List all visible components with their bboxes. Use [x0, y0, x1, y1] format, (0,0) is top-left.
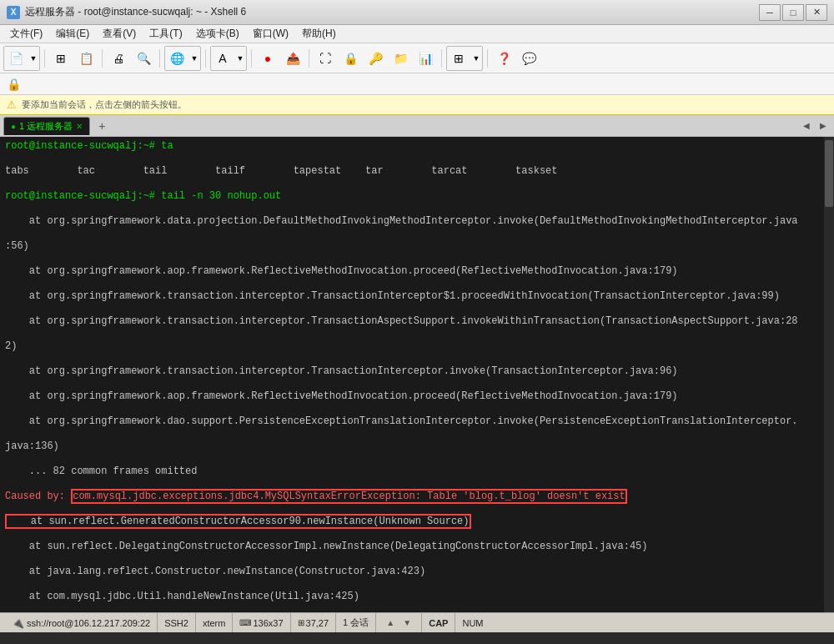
menu-item-t[interactable]: 工具(T) [143, 25, 188, 43]
connect-group: 🌐 ▼ [164, 46, 201, 71]
protocol-status: SSH2 [158, 613, 196, 632]
menubar: 文件(F)编辑(E)查看(V)工具(T)选项卡(B)窗口(W)帮助(H) [0, 25, 834, 43]
menu-item-h[interactable]: 帮助(H) [295, 25, 343, 43]
connect-button[interactable]: 🌐 [165, 47, 188, 70]
tabsbar: ● 1 远程服务器 ✕ + ◀ ▶ [0, 115, 834, 137]
fullscreen-button[interactable]: ⛶ [314, 47, 337, 70]
statusbar: 🔌 ssh://root@106.12.217.209:22 SSH2 xter… [0, 612, 834, 632]
connect-dropdown-button[interactable]: ▼ [188, 47, 200, 70]
notification-text: 要添加当前会话，点击左侧的箭头按钮。 [22, 98, 187, 111]
help-button[interactable]: ❓ [492, 47, 515, 70]
addressbar: 🔒 [0, 73, 834, 95]
num-status: NUM [455, 613, 490, 632]
new-dropdown-button[interactable]: ▼ [28, 47, 39, 70]
scrollbar[interactable] [824, 137, 834, 612]
new-session-group: 📄 ▼ [3, 46, 40, 71]
lock-button[interactable]: 🔒 [339, 47, 362, 70]
protocol-label: SSH2 [164, 618, 188, 628]
tab-remote-server[interactable]: ● 1 远程服务器 ✕ [3, 117, 90, 135]
dimensions-status: ⌨ 136x37 [233, 613, 290, 632]
nav-down-button[interactable]: ▼ [399, 616, 414, 631]
record-button[interactable]: ● [256, 47, 279, 70]
num-label: NUM [462, 618, 483, 628]
tab-prev-button[interactable]: ◀ [799, 118, 814, 133]
encoding-status: xterm [196, 613, 234, 632]
warning-icon: ⚠ [7, 98, 17, 111]
separator-4 [205, 49, 206, 68]
print-button[interactable]: 🖨 [107, 47, 130, 70]
separator-3 [159, 49, 160, 68]
terminal-content: root@instance-sucwqalj:~# ta tabs tac ta… [5, 140, 829, 612]
key-button[interactable]: 🔑 [364, 47, 387, 70]
font-group: A ▼ [210, 46, 247, 71]
add-tab-button[interactable]: + [93, 118, 110, 134]
sessions-label: 1 会话 [343, 616, 369, 629]
separator-5 [251, 49, 252, 68]
scrollbar-thumb[interactable] [825, 140, 833, 207]
menu-item-f[interactable]: 文件(F) [3, 25, 49, 43]
menu-item-e[interactable]: 编辑(E) [49, 25, 96, 43]
maximize-button[interactable]: □ [782, 4, 804, 21]
menu-item-v[interactable]: 查看(V) [96, 25, 143, 43]
cap-status: CAP [422, 613, 455, 632]
size-group: ⊞ ▼ [446, 46, 483, 71]
font-button[interactable]: A [211, 47, 234, 70]
titlebar: X 远程服务器 - root@instance-sucwqalj: ~ - Xs… [0, 0, 834, 25]
separator-1 [44, 49, 45, 68]
window-controls: ─ □ ✕ [759, 4, 827, 21]
window-title: 远程服务器 - root@instance-sucwqalj: ~ - Xshe… [25, 5, 759, 19]
monitor-button[interactable]: 📊 [414, 47, 437, 70]
separator-7 [441, 49, 442, 68]
app-icon: X [7, 6, 20, 19]
nav-up-button[interactable]: ▲ [383, 616, 398, 631]
new-session-button[interactable]: 📄 [4, 47, 28, 70]
close-button[interactable]: ✕ [806, 4, 827, 21]
toolbar: 📄 ▼ ⊞ 📋 🖨 🔍 🌐 ▼ A ▼ ● 📤 ⛶ 🔒 🔑 📁 📊 ⊞ ▼ ❓ … [0, 43, 834, 73]
lock-icon: 🔒 [7, 78, 21, 91]
dimensions-label: 136x37 [253, 618, 283, 628]
separator-8 [487, 49, 488, 68]
menu-item-b[interactable]: 选项卡(B) [189, 25, 246, 43]
upload-button[interactable]: 📤 [281, 47, 304, 70]
size-dropdown-button[interactable]: ▼ [470, 47, 482, 70]
font-dropdown-button[interactable]: ▼ [234, 47, 246, 70]
separator-2 [102, 49, 103, 68]
encoding-label: xterm [203, 618, 226, 628]
menu-item-w[interactable]: 窗口(W) [246, 25, 295, 43]
notification-bar: ⚠ 要添加当前会话，点击左侧的箭头按钮。 [0, 95, 834, 115]
size-button[interactable]: ⊞ [447, 47, 470, 70]
cursor-label: 37,27 [306, 618, 329, 628]
tab-label: 1 远程服务器 [19, 120, 73, 133]
cursor-status: ⊞ 37,27 [291, 613, 337, 632]
tab-next-button[interactable]: ▶ [816, 118, 831, 133]
ssh-address: ssh://root@106.12.217.209:22 [27, 618, 150, 628]
ssh-icon: 🔌 [12, 617, 24, 629]
tab-navigation: ◀ ▶ [799, 118, 831, 133]
tab-close-icon[interactable]: ✕ [76, 122, 83, 131]
paste-button[interactable]: 📋 [74, 47, 98, 70]
separator-6 [309, 49, 309, 68]
transfer-button[interactable]: 📁 [389, 47, 412, 70]
ssh-status: 🔌 ssh://root@106.12.217.209:22 [5, 613, 158, 632]
sessions-status: 1 会话 [336, 613, 376, 632]
nav-buttons: ▲ ▼ [376, 613, 422, 632]
terminal[interactable]: root@instance-sucwqalj:~# ta tabs tac ta… [0, 137, 834, 612]
find-button[interactable]: 🔍 [132, 47, 155, 70]
comment-button[interactable]: 💬 [517, 47, 540, 70]
copy-button[interactable]: ⊞ [49, 47, 73, 70]
cap-label: CAP [429, 618, 448, 628]
minimize-button[interactable]: ─ [759, 4, 781, 21]
